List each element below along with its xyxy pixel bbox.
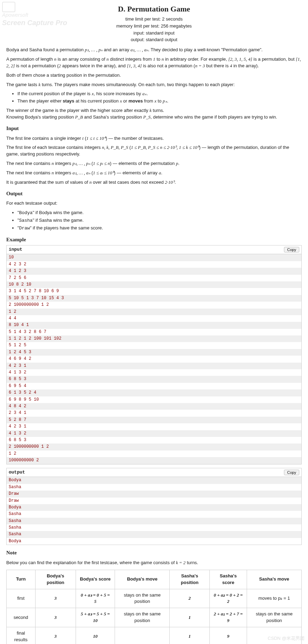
sample-line: Draw: [7, 498, 301, 504]
table-cell: final results: [7, 627, 36, 644]
output-p1: For each testcase output:: [6, 200, 302, 207]
input-heading: Input: [6, 125, 302, 132]
sample-line: 3 1 4 5 2 7 8 10 6 9: [7, 288, 301, 295]
table-cell: 3: [35, 627, 76, 644]
statement-p5: The winner of the game is the player wit…: [6, 107, 302, 121]
table-row: first30 + a₃ = 0 + 5 = 5stays on the sam…: [7, 589, 302, 608]
table-cell: stays on the same position: [115, 608, 170, 627]
sample-line: 4 4: [7, 315, 301, 322]
sample-line: Sasha: [7, 531, 301, 538]
copy-output-button[interactable]: Copy: [284, 470, 299, 475]
table-cell: second: [7, 608, 36, 627]
table-cell: 3: [35, 589, 76, 608]
sample-line: Sasha: [7, 524, 301, 531]
statement-p4: The game lasts k turns. The players make…: [6, 82, 302, 88]
table-cell: [115, 627, 170, 644]
sample-line: Sasha: [7, 511, 301, 517]
table-cell: moves to p₂ = 1: [247, 589, 301, 608]
table-row: second35 + a₃ = 5 + 5 = 10stays on the s…: [7, 608, 302, 627]
problem-title: D. Permutation Game: [6, 3, 302, 15]
sample-line: 6 8 5 3: [7, 376, 301, 382]
time-limit: time limit per test: 2 seconds: [6, 16, 302, 23]
input-p3: The next line contains n integers p₁, … …: [6, 160, 302, 167]
sample-line: 4 2 3 1: [7, 423, 301, 430]
sample-line: 4 1 2 3: [7, 268, 301, 274]
input-p4: The next line contains n integers a₁, … …: [6, 170, 302, 176]
table-cell: 1: [170, 608, 210, 627]
sample-line: 4 6 9 4 2: [7, 356, 301, 362]
output-heading: Output: [6, 190, 302, 198]
sample-line: 4 2 3 2: [7, 261, 301, 268]
sample-input: input Copy 104 2 3 24 1 2 37 2 5 610 8 2…: [6, 245, 302, 464]
sample-line: Sasha: [7, 484, 301, 491]
sample-line: 10 8 2 10: [7, 281, 301, 288]
sample-line: 6 9 5 4: [7, 383, 301, 389]
sample-line: 1000000000 2: [7, 457, 301, 464]
note-p1: Below you can find the explanation for t…: [6, 560, 302, 566]
output-mode: output: standard output: [6, 37, 302, 43]
sample-output: output Copy BodyaSashaDrawDrawBodyaSasha…: [6, 468, 302, 545]
table-cell: first: [7, 589, 36, 608]
table-cell: 2 + a₁ = 2 + 7 = 9: [210, 608, 247, 627]
table-header: Bodya's move: [115, 570, 170, 589]
table-header: Sasha's position: [170, 570, 210, 589]
sample-line: 6 9 8 9 5 10: [7, 396, 301, 403]
statement-p3: Both of them chose a starting position i…: [6, 72, 302, 79]
table-cell: 2: [170, 589, 210, 608]
sample-line: Draw: [7, 491, 301, 497]
output-li3: "Draw" if the players have the same scor…: [17, 225, 302, 232]
sample-line: 6 8 5 3: [7, 437, 301, 444]
input-mode: input: standard input: [6, 30, 302, 37]
footer-watermark: CSDN @米花男团: [268, 635, 305, 642]
table-cell: 1: [170, 627, 210, 644]
sample-line: 5 1 4 3 2 8 6 7: [7, 329, 301, 335]
sample-output-label: output: [9, 469, 25, 476]
output-li2: "Sasha" if Sasha wins the game.: [17, 217, 302, 224]
table-row: final results31019: [7, 627, 302, 644]
rules-list: If the current position of the player is…: [6, 91, 302, 105]
table-cell: 5 + a₃ = 5 + 5 = 10: [76, 608, 115, 627]
copy-input-button[interactable]: Copy: [284, 247, 299, 252]
table-cell: 9: [210, 627, 247, 644]
example-heading: Example: [6, 236, 302, 244]
sample-input-label: input: [9, 247, 22, 253]
statement-p2: A permutation of length n is an array co…: [6, 56, 302, 69]
sample-line: 5 1 2 5: [7, 342, 301, 349]
table-cell: 3: [35, 608, 76, 627]
sample-line: Sasha: [7, 518, 301, 524]
table-header: Turn: [7, 570, 36, 589]
sample-line: 1 2: [7, 450, 301, 457]
output-list: "Bodya" if Bodya wins the game. "Sasha" …: [6, 210, 302, 232]
sample-line: 1 1 2 1 2 100 101 102: [7, 335, 301, 342]
sample-line: 1 2: [7, 309, 301, 315]
sample-line: Bodya: [7, 538, 301, 545]
sample-line: 4 2 3 1: [7, 363, 301, 369]
note-table: TurnBodya's positionBodya's scoreBodya's…: [6, 570, 302, 644]
sample-line: 5 2 8 7: [7, 417, 301, 423]
sample-line: 2 3 4 1: [7, 410, 301, 416]
sample-line: 10: [7, 254, 301, 261]
sample-line: 6 1 3 5 2 4: [7, 389, 301, 396]
input-p2: The first line of each testcase contains…: [6, 144, 302, 158]
statement-p1: Bodya and Sasha found a permutation p₁, …: [6, 47, 302, 53]
sample-line: 7 2 5 6: [7, 275, 301, 281]
rule-2: Then the player either stays at his curr…: [17, 98, 302, 105]
sample-line: 4 1 3 2: [7, 369, 301, 376]
table-cell: stays on the same position: [115, 589, 170, 608]
table-cell: 10: [76, 627, 115, 644]
sample-line: 2 1000000000 1 2: [7, 302, 301, 308]
sample-line: 4 8 4 2: [7, 403, 301, 410]
sample-line: 1 2 4 5 3: [7, 349, 301, 356]
memory-limit: memory limit per test: 256 megabytes: [6, 23, 302, 30]
sample-line: 2 1000000000 1 2: [7, 444, 301, 450]
rule-1: If the current position of the player is…: [17, 91, 302, 97]
sample-line: 5 10 5 1 3 7 10 15 4 3: [7, 295, 301, 302]
table-cell: 0 + a₃ = 0 + 5 = 5: [76, 589, 115, 608]
table-cell: stays on the same position: [247, 608, 301, 627]
table-header: Sasha's score: [210, 570, 247, 589]
output-li1: "Bodya" if Bodya wins the game.: [17, 210, 302, 217]
sample-line: Bodya: [7, 477, 301, 484]
note-heading: Note: [6, 549, 302, 557]
input-p5: It is guaranteed that the sum of values …: [6, 179, 302, 186]
table-header: Sasha's move: [247, 570, 301, 589]
